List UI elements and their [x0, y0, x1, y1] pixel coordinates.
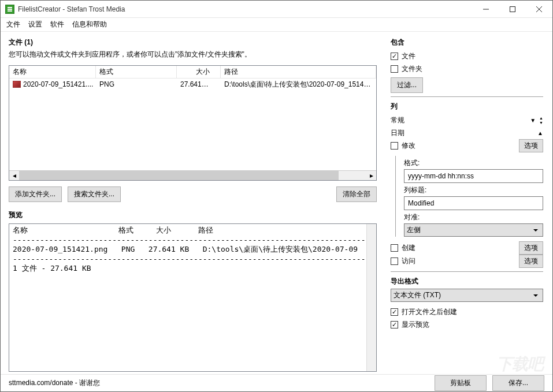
include-folder-label: 文件夹 — [402, 64, 422, 74]
show-preview-checkbox[interactable] — [391, 321, 398, 328]
close-button[interactable] — [526, 1, 552, 17]
window-title: FilelistCreator - Stefan Trost Media — [18, 5, 125, 13]
coltitle-label: 列标题: — [404, 185, 543, 195]
access-options-button[interactable]: 选项 — [519, 255, 543, 268]
preview-scrollbar[interactable] — [366, 224, 376, 371]
menu-file[interactable]: 文件 — [6, 20, 20, 29]
menu-software[interactable]: 软件 — [50, 20, 64, 29]
include-folder-checkbox[interactable] — [391, 65, 398, 73]
preview-box: 名称 格式 大小 路径 ----------------------------… — [9, 223, 377, 372]
clipboard-button[interactable]: 剪贴板 — [435, 375, 487, 391]
col-format[interactable]: 格式 — [96, 66, 177, 78]
preview-title: 预览 — [9, 210, 377, 220]
menu-settings[interactable]: 设置 — [28, 20, 42, 29]
date-row[interactable]: 日期 ▲ — [391, 126, 543, 139]
up-icon[interactable]: ▲ — [539, 116, 543, 120]
columns-title: 列 — [391, 102, 543, 111]
maximize-button[interactable] — [499, 1, 526, 17]
preview-text[interactable]: 名称 格式 大小 路径 ----------------------------… — [9, 225, 376, 274]
scroll-right-icon[interactable]: ▸ — [366, 171, 376, 180]
minimize-button[interactable] — [473, 1, 499, 17]
menu-help[interactable]: 信息和帮助 — [72, 20, 107, 29]
align-select[interactable]: 左侧 — [404, 223, 543, 237]
format-label: 格式: — [404, 158, 543, 168]
create-options-button[interactable]: 选项 — [519, 241, 543, 255]
chevron-up-icon: ▲ — [537, 130, 543, 136]
create-checkbox[interactable] — [391, 244, 398, 252]
modify-checkbox[interactable] — [391, 142, 398, 150]
status-text: sttmedia.com/donate - 谢谢您 — [9, 378, 100, 388]
export-title: 导出格式 — [391, 277, 543, 286]
access-checkbox[interactable] — [391, 257, 398, 265]
search-folder-button[interactable]: 搜索文件夹... — [68, 186, 121, 202]
open-after-checkbox[interactable] — [391, 308, 398, 316]
save-button[interactable]: 保存... — [492, 375, 544, 391]
files-title: 文件 (1) — [9, 38, 377, 47]
app-icon — [5, 5, 14, 14]
menubar: 文件 设置 软件 信息和帮助 — [1, 18, 552, 32]
include-file-checkbox[interactable] — [391, 53, 398, 60]
general-row[interactable]: 常规 ▼ ▲▼ — [391, 114, 543, 126]
include-title: 包含 — [391, 38, 543, 47]
files-table: 名称 格式 大小 路径 2020-07-09_151421.... PNG 27… — [9, 65, 377, 181]
modify-options-button[interactable]: 选项 — [519, 139, 543, 152]
files-hint: 您可以拖动文件或文件夹到应用程序，或者你可以点击"添加文件/文件夹搜索"。 — [9, 50, 377, 59]
scroll-left-icon[interactable]: ◂ — [9, 171, 19, 180]
col-name[interactable]: 名称 — [9, 66, 96, 78]
include-file-label: 文件 — [402, 51, 415, 61]
coltitle-input[interactable] — [404, 196, 543, 210]
col-size[interactable]: 大小 — [177, 66, 221, 78]
export-format-select[interactable]: 文本文件 (TXT) — [391, 289, 543, 302]
add-folder-button[interactable]: 添加文件夹... — [9, 186, 62, 202]
table-row[interactable]: 2020-07-09_151421.... PNG 27.641 KB D:\t… — [9, 79, 376, 90]
cell-path: D:\tools\桌面\待上传安装包\2020-07-09_151421.... — [221, 80, 376, 89]
cell-size: 27.641 KB — [177, 80, 221, 88]
horizontal-scrollbar[interactable]: ◂ ▸ — [9, 170, 376, 180]
file-icon — [13, 81, 21, 88]
filter-button[interactable]: 过滤... — [391, 77, 423, 93]
titlebar: FilelistCreator - Stefan Trost Media — [1, 1, 552, 18]
svg-rect-1 — [510, 6, 515, 12]
clear-all-button[interactable]: 清除全部 — [336, 186, 377, 202]
chevron-down-icon: ▼ — [530, 117, 536, 124]
cell-format: PNG — [96, 80, 177, 88]
align-label: 对准: — [404, 212, 543, 222]
format-input[interactable] — [404, 169, 543, 183]
statusbar: sttmedia.com/donate - 谢谢您 剪贴板 保存... — [1, 374, 552, 391]
down-icon[interactable]: ▼ — [539, 121, 543, 125]
col-path[interactable]: 路径 — [221, 66, 376, 78]
cell-name: 2020-07-09_151421.... — [23, 80, 93, 88]
